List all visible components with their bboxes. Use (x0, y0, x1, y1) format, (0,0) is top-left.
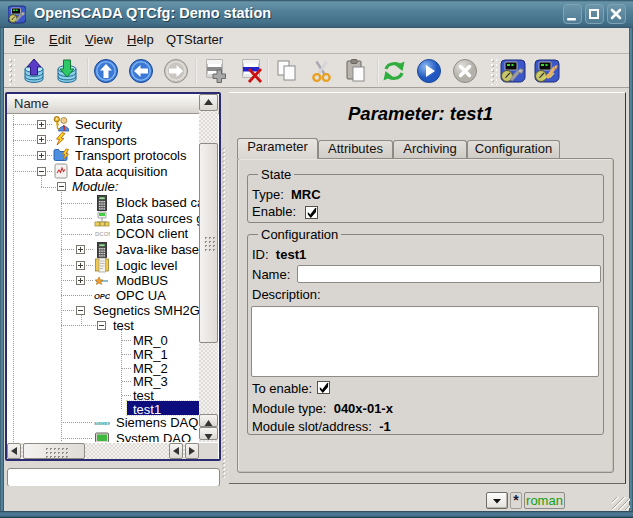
svg-text:SIEMENS: SIEMENS (94, 421, 110, 426)
svg-text:OPC: OPC (94, 292, 110, 301)
svg-text:DCON: DCON (95, 231, 110, 237)
